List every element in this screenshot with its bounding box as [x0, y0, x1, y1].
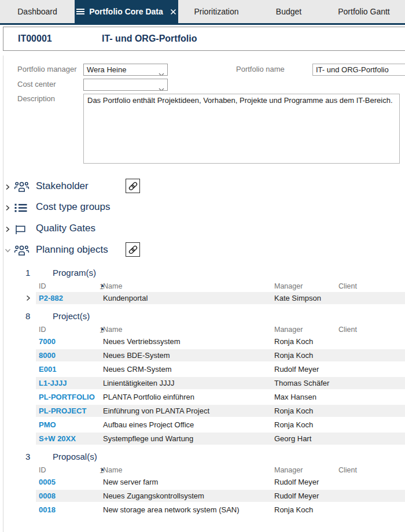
row-name: Kundenportal [103, 292, 148, 304]
table-row[interactable]: 0005 New server farm Rudolf Meyer [36, 476, 405, 488]
section-label[interactable]: Cost type groups [36, 201, 111, 213]
chevron-right-icon[interactable] [5, 205, 10, 211]
portfolio-manager-select[interactable]: Wera Heine [83, 64, 168, 76]
list-icon [14, 202, 28, 214]
column-header-manager[interactable]: Manager [274, 282, 303, 290]
planning-group: 1 Program(s) ID 1▲ Name Manager Client P… [0, 268, 405, 304]
table-row[interactable]: 8000 Neues BDE-System Ronja Koch [36, 349, 405, 361]
row-id-link[interactable]: PMO [39, 419, 56, 431]
row-manager: Ronja Koch [274, 504, 313, 516]
chevron-down-icon [159, 83, 164, 91]
row-id-link[interactable]: S+W 20XX [39, 433, 76, 445]
row-id-link[interactable]: 0005 [39, 476, 56, 488]
row-manager: Rudolf Meyer [274, 476, 319, 488]
portfolio-app-window: Dashboard Portfolio Core Data Prioritiza… [0, 0, 405, 532]
table-row[interactable]: 0018 New storage area network system (SA… [36, 504, 405, 516]
table-row[interactable]: PL-PROJECT Einführung von PLANTA Project… [36, 405, 405, 417]
link-button[interactable] [126, 179, 140, 193]
column-header-name[interactable]: Name [103, 282, 122, 290]
column-header-id[interactable]: ID [39, 466, 46, 474]
tab-prioritization[interactable]: Prioritization [178, 0, 255, 23]
row-name: Linientätigkeiten JJJJ [103, 377, 175, 389]
cost-center-select[interactable] [83, 79, 168, 91]
section-planning-objects[interactable]: Planning objects [0, 243, 405, 259]
row-name: New server farm [103, 476, 158, 488]
table-row[interactable]: P2-882 Kundenportal Kate Simpson [36, 292, 405, 304]
planning-group: 8 Project(s) ID 1▲ Name Manager Client 7… [0, 311, 405, 445]
section-stakeholder[interactable]: Stakeholder [0, 179, 405, 195]
portfolio-header: IT00001 IT- und ORG-Portfolio [3, 27, 405, 51]
planning-group: 3 Proposal(s) ID 1▲ Name Manager Client … [0, 452, 405, 516]
row-id-link[interactable]: L1-JJJJ [39, 377, 67, 389]
chevron-right-icon[interactable] [5, 184, 10, 190]
row-manager: Ronja Koch [274, 405, 313, 417]
table-row[interactable]: 7000 Neues Vertriebssystem Ronja Koch [36, 335, 405, 348]
table-row[interactable]: PL-PORTFOLIO PLANTA Portfolio einführen … [36, 391, 405, 403]
section-cost-type-groups[interactable]: Cost type groups [0, 200, 405, 216]
chevron-down-icon[interactable] [5, 247, 11, 253]
row-id-link[interactable]: P2-882 [39, 292, 63, 304]
link-button[interactable] [126, 242, 140, 257]
group-icon [14, 245, 30, 257]
table-body: 7000 Neues Vertriebssystem Ronja Koch 80… [0, 335, 405, 445]
row-manager: Ronja Koch [274, 349, 313, 361]
group-count: 8 [25, 311, 30, 321]
portfolio-title: IT- und ORG-Portfolio [102, 27, 197, 50]
table-body: P2-882 Kundenportal Kate Simpson [0, 292, 405, 304]
row-manager: Ronja Koch [274, 335, 313, 348]
section-label[interactable]: Planning objects [36, 244, 108, 256]
row-id-link[interactable]: 8000 [39, 349, 56, 361]
close-icon[interactable] [170, 9, 176, 15]
group-title: Proposal(s) [53, 452, 97, 461]
row-id-link[interactable]: E001 [39, 363, 56, 375]
row-manager: Rudolf Meyer [274, 363, 319, 375]
flag-icon [14, 223, 27, 235]
group-title-row: 1 Program(s) [0, 268, 405, 278]
row-id-link[interactable]: 7000 [39, 335, 56, 348]
hamburger-icon[interactable] [76, 8, 84, 15]
row-name: Einführung von PLANTA Project [103, 405, 209, 417]
description-textarea[interactable]: Das Portfolio enthält Projektideen, Vorh… [83, 94, 400, 164]
column-header-id[interactable]: ID [39, 282, 46, 290]
column-header-client[interactable]: Client [338, 326, 357, 334]
tab-dashboard[interactable]: Dashboard [0, 0, 75, 23]
row-manager: Ronja Koch [274, 419, 313, 431]
column-header-id[interactable]: ID [39, 326, 46, 334]
table-row[interactable]: 0008 Neues Zugangskontrollsystem Rudolf … [36, 490, 405, 502]
column-header-manager[interactable]: Manager [274, 326, 303, 334]
chevron-right-icon[interactable] [5, 226, 10, 232]
table-row[interactable]: PMO Aufbau eines Project Office Ronja Ko… [36, 419, 405, 431]
tab-portfolio-core-data[interactable]: Portfolio Core Data [75, 0, 178, 23]
column-header-client[interactable]: Client [338, 466, 357, 474]
group-count: 1 [25, 268, 30, 278]
description-label: Description [17, 94, 55, 103]
tab-label: Portfolio Core Data [89, 7, 163, 16]
expand-chevron-icon[interactable] [26, 295, 31, 301]
table-row[interactable]: E001 Neues CRM-System Rudolf Meyer [36, 363, 405, 375]
group-title-row: 3 Proposal(s) [0, 452, 405, 462]
tab-budget[interactable]: Budget [255, 0, 323, 23]
table-row[interactable]: L1-JJJJ Linientätigkeiten JJJJ Thomas Sc… [36, 377, 405, 389]
row-id-link[interactable]: PL-PROJECT [39, 405, 86, 417]
row-id-link[interactable]: PL-PORTFOLIO [39, 391, 95, 403]
tab-label: Budget [276, 7, 301, 16]
section-quality-gates[interactable]: Quality Gates [0, 221, 405, 238]
row-manager: Kate Simpson [274, 292, 321, 304]
tab-portfolio-gantt[interactable]: Portfolio Gantt [323, 0, 405, 23]
row-id-link[interactable]: 0018 [39, 504, 56, 516]
column-header-manager[interactable]: Manager [274, 466, 303, 474]
column-header-name[interactable]: Name [103, 466, 122, 474]
portfolio-name-input[interactable]: IT- und ORG-Portfolio [312, 64, 405, 76]
section-label[interactable]: Quality Gates [36, 223, 95, 234]
column-header-name[interactable]: Name [103, 326, 122, 334]
column-header-client[interactable]: Client [338, 282, 357, 290]
planning-objects-tables: 1 Program(s) ID 1▲ Name Manager Client P… [0, 263, 405, 523]
group-count: 3 [25, 452, 30, 461]
tab-label: Prioritization [194, 7, 238, 16]
cost-center-label: Cost center [17, 80, 56, 88]
row-id-link[interactable]: 0008 [39, 490, 56, 502]
portfolio-id: IT00001 [18, 27, 52, 50]
section-label[interactable]: Stakeholder [36, 180, 89, 192]
tab-bar-accent-line [0, 23, 405, 25]
table-row[interactable]: S+W 20XX Systempflege und Wartung Georg … [36, 433, 405, 445]
